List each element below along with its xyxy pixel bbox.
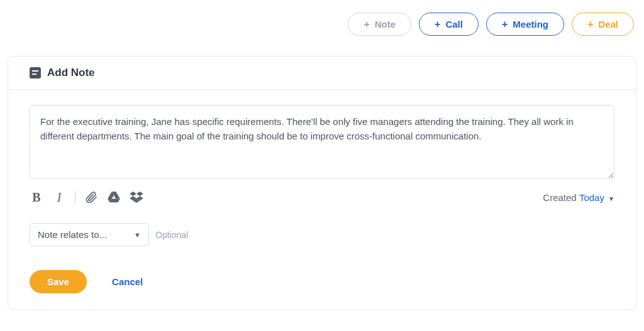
meeting-button-label: Meeting [513, 19, 548, 30]
plus-icon: + [587, 19, 593, 30]
toolbar-divider [75, 191, 75, 203]
dropbox-icon[interactable] [130, 190, 143, 204]
panel-title: Add Note [47, 67, 95, 79]
note-textarea[interactable] [30, 105, 614, 179]
call-button-label: Call [445, 19, 463, 30]
panel-header: Add Note [8, 57, 636, 90]
attachment-icon[interactable] [84, 190, 98, 204]
plus-icon: + [502, 19, 508, 30]
deal-button[interactable]: + Deal [572, 13, 634, 36]
panel-body: B I [8, 90, 636, 310]
add-note-panel: Add Note B I [8, 56, 636, 310]
deal-button-label: Deal [598, 19, 618, 30]
cancel-button[interactable]: Cancel [112, 276, 143, 287]
italic-button[interactable]: I [52, 190, 66, 204]
note-button-label: Note [375, 19, 396, 30]
call-button[interactable]: + Call [419, 13, 479, 36]
meeting-button[interactable]: + Meeting [486, 13, 564, 36]
created-label: Created [543, 192, 576, 203]
chevron-down-icon: ▼ [134, 231, 141, 239]
note-button[interactable]: + Note [348, 13, 411, 36]
google-drive-icon[interactable] [107, 190, 121, 204]
save-button[interactable]: Save [30, 270, 87, 293]
note-relates-select[interactable]: Note relates to... ▼ [30, 223, 149, 246]
toolbar-row: B I [30, 190, 614, 204]
created-date-value: Today [579, 192, 604, 203]
format-toolbar: B I [30, 190, 143, 204]
plus-icon: + [435, 19, 440, 30]
actions-row: Save Cancel [30, 270, 614, 293]
created-section: Created Today ▼ [543, 192, 614, 203]
note-icon [30, 67, 41, 79]
chevron-down-icon: ▼ [608, 195, 614, 202]
relates-select-label: Note relates to... [38, 229, 107, 240]
relates-row: Note relates to... ▼ Optional [30, 223, 614, 246]
plus-icon: + [364, 19, 369, 30]
optional-label: Optional [155, 230, 188, 240]
bold-button[interactable]: B [30, 190, 43, 204]
created-date-link[interactable]: Today ▼ [579, 192, 614, 203]
top-action-bar: + Note + Call + Meeting + Deal [0, 0, 644, 36]
